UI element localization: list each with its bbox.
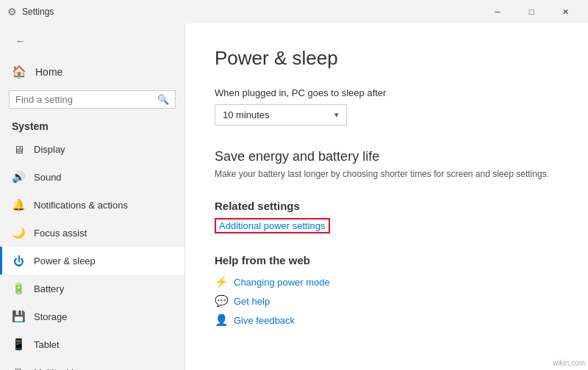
sidebar-item-label: Multitasking bbox=[34, 367, 85, 371]
plugged-in-label: When plugged in, PC goes to sleep after bbox=[215, 87, 559, 98]
page-title: Power & sleep bbox=[215, 47, 559, 70]
sidebar: ← 🏠 Home 🔍 System 🖥 Display 🔊 Sound 🔔 No… bbox=[0, 23, 185, 370]
changing-power-mode-link[interactable]: Changing power mode bbox=[234, 277, 330, 288]
search-icon: 🔍 bbox=[157, 94, 169, 105]
sidebar-item-label: Power & sleep bbox=[34, 255, 96, 266]
sidebar-item-multitasking[interactable]: ⧉ Multitasking bbox=[0, 358, 184, 370]
notifications-icon: 🔔 bbox=[12, 198, 25, 211]
get-help-link[interactable]: Get help bbox=[234, 296, 270, 307]
related-settings-heading: Related settings bbox=[215, 200, 559, 212]
sidebar-item-sound[interactable]: 🔊 Sound bbox=[0, 163, 184, 191]
sidebar-item-notifications[interactable]: 🔔 Notifications & actions bbox=[0, 191, 184, 219]
search-box[interactable]: 🔍 bbox=[9, 90, 176, 109]
get-help-item[interactable]: 💬 Get help bbox=[215, 294, 559, 308]
storage-icon: 💾 bbox=[12, 310, 25, 323]
app-container: ← 🏠 Home 🔍 System 🖥 Display 🔊 Sound 🔔 No… bbox=[0, 23, 588, 370]
titlebar: ⚙ Settings ─ □ ✕ bbox=[0, 0, 588, 23]
settings-app-icon: ⚙ bbox=[6, 6, 18, 18]
tablet-icon: 📱 bbox=[12, 338, 25, 351]
home-icon: 🏠 bbox=[12, 65, 26, 79]
sidebar-item-label: Sound bbox=[34, 172, 62, 183]
sidebar-item-label: Battery bbox=[34, 283, 64, 294]
search-input[interactable] bbox=[15, 94, 153, 105]
multitasking-icon: ⧉ bbox=[12, 366, 25, 370]
additional-power-settings-link[interactable]: Additional power settings bbox=[215, 218, 330, 233]
sidebar-item-label: Notifications & actions bbox=[34, 200, 128, 211]
sidebar-item-label: Tablet bbox=[34, 339, 60, 350]
sidebar-item-label: Storage bbox=[34, 311, 68, 322]
power-mode-icon: ⚡ bbox=[215, 275, 228, 289]
home-label: Home bbox=[35, 66, 62, 78]
sound-icon: 🔊 bbox=[12, 170, 25, 184]
back-button[interactable]: ← bbox=[9, 29, 32, 53]
save-energy-heading: Save energy and battery life bbox=[215, 149, 559, 164]
sidebar-item-label: Focus assist bbox=[34, 228, 87, 239]
sidebar-item-power[interactable]: ⏻ Power & sleep bbox=[0, 247, 184, 275]
chevron-down-icon: ▾ bbox=[334, 110, 339, 120]
sidebar-item-storage[interactable]: 💾 Storage bbox=[0, 302, 184, 330]
main-content: Power & sleep When plugged in, PC goes t… bbox=[185, 23, 588, 370]
help-heading: Help from the web bbox=[215, 254, 559, 266]
maximize-button[interactable]: □ bbox=[514, 0, 548, 23]
sidebar-nav: ← bbox=[0, 23, 184, 59]
changing-power-mode-item[interactable]: ⚡ Changing power mode bbox=[215, 275, 559, 289]
battery-icon: 🔋 bbox=[12, 282, 25, 295]
close-button[interactable]: ✕ bbox=[548, 0, 582, 23]
sleep-dropdown[interactable]: 10 minutes ▾ bbox=[215, 104, 347, 126]
give-feedback-link[interactable]: Give feedback bbox=[234, 315, 295, 326]
power-icon: ⏻ bbox=[12, 254, 25, 267]
sidebar-item-label: Display bbox=[34, 144, 65, 155]
sidebar-item-display[interactable]: 🖥 Display bbox=[0, 135, 184, 163]
display-icon: 🖥 bbox=[12, 142, 25, 156]
give-feedback-item[interactable]: 👤 Give feedback bbox=[215, 313, 559, 327]
titlebar-controls: ─ □ ✕ bbox=[481, 0, 582, 23]
sidebar-item-tablet[interactable]: 📱 Tablet bbox=[0, 330, 184, 358]
dropdown-value: 10 minutes bbox=[223, 109, 270, 120]
sidebar-item-home[interactable]: 🏠 Home bbox=[0, 59, 184, 84]
give-feedback-icon: 👤 bbox=[215, 313, 228, 327]
get-help-icon: 💬 bbox=[215, 294, 228, 308]
minimize-button[interactable]: ─ bbox=[481, 0, 514, 23]
focus-icon: 🌙 bbox=[12, 226, 25, 239]
save-energy-desc: Make your battery last longer by choosin… bbox=[215, 169, 559, 179]
watermark: wikin.com bbox=[553, 359, 585, 367]
sidebar-item-focus[interactable]: 🌙 Focus assist bbox=[0, 219, 184, 247]
sidebar-section-title: System bbox=[0, 115, 184, 135]
titlebar-title: Settings bbox=[22, 7, 481, 17]
sidebar-item-battery[interactable]: 🔋 Battery bbox=[0, 275, 184, 302]
